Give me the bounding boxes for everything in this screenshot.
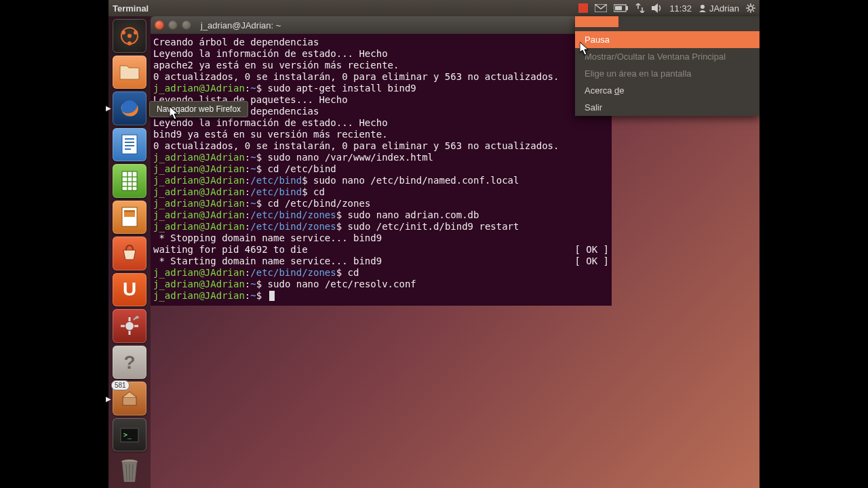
- terminal-line: j_adrian@JAdrian:~$ sudo nano /var/www/i…: [153, 152, 609, 163]
- terminal-line: j_adrian@JAdrian:~$ cd /etc/bind/zones: [153, 198, 609, 209]
- menu-item-quit[interactable]: Salir: [575, 99, 760, 116]
- system-gear-icon[interactable]: [746, 3, 755, 13]
- terminal-line: j_adrian@JAdrian:~$ sudo apt-get install…: [153, 83, 609, 94]
- libreoffice-writer-icon[interactable]: [113, 128, 146, 162]
- terminal-line: j_adrian@JAdrian:/etc/bind$ cd: [153, 186, 609, 198]
- active-app-title: Terminal: [113, 3, 149, 14]
- ubuntu-one-icon[interactable]: U: [113, 273, 146, 307]
- terminal-line: j_adrian@JAdrian:~$ cd /etc/bind: [153, 163, 609, 175]
- svg-rect-33: [124, 210, 135, 212]
- window-title: j_adrian@JAdrian: ~: [201, 20, 281, 30]
- window-close-button[interactable]: [155, 20, 164, 30]
- system-settings-icon[interactable]: [113, 309, 146, 343]
- svg-rect-2: [626, 6, 628, 10]
- window-maximize-button[interactable]: [182, 20, 191, 30]
- svg-point-4: [701, 5, 705, 9]
- svg-point-18: [127, 41, 132, 45]
- top-panel: Terminal 11:32 JAdrian: [108, 0, 760, 16]
- svg-rect-25: [122, 171, 137, 190]
- launcher-tooltip: Navegador web Firefox: [149, 101, 248, 117]
- libreoffice-impress-icon[interactable]: [113, 201, 146, 235]
- running-indicator-icon: ▶: [106, 395, 111, 403]
- terminal-line: j_adrian@JAdrian:/etc/bind/zones$ cd: [153, 267, 609, 279]
- software-center-icon[interactable]: [113, 237, 146, 270]
- svg-point-16: [134, 30, 138, 35]
- unity-launcher: ▶ Navegador web Firefox U ? ▶ 581 >_: [108, 16, 151, 488]
- terminal-line: j_adrian@JAdrian:/etc/bind/zones$ sudo n…: [153, 209, 609, 221]
- battery-icon[interactable]: [614, 4, 629, 12]
- terminal-line: Leyendo la información de estado... Hech…: [153, 117, 609, 129]
- window-minimize-button[interactable]: [168, 20, 178, 30]
- cursor-icon: [580, 42, 589, 56]
- terminal-line: bind9 ya está en su versión más reciente…: [153, 129, 609, 140]
- menu-item-pausa[interactable]: Pausa: [575, 31, 760, 48]
- svg-point-5: [749, 6, 753, 10]
- terminal-line: j_adrian@JAdrian:/etc/bind$ sudo nano /e…: [153, 175, 609, 186]
- svg-line-13: [747, 10, 749, 12]
- nautilus-icon[interactable]: [113, 56, 146, 89]
- terminal-line: waiting for pid 4692 to die[ OK ]: [153, 244, 609, 256]
- menu-item-select-area[interactable]: Elige un área en la pantalla: [575, 65, 760, 82]
- svg-rect-3: [615, 6, 622, 10]
- network-icon[interactable]: [635, 3, 645, 13]
- firefox-icon[interactable]: ▶ Navegador web Firefox: [113, 92, 146, 125]
- svg-rect-39: [123, 397, 136, 405]
- svg-point-34: [125, 322, 134, 330]
- terminal-line: Creando árbol de dependencias: [153, 37, 609, 48]
- menu-item-about[interactable]: Acerca de: [575, 82, 760, 99]
- terminal-line: * Stopping domain name service... bind9: [153, 232, 609, 244]
- terminal-line: Leyendo la información de estado... Hech…: [153, 48, 609, 60]
- svg-point-15: [127, 34, 132, 38]
- trash-icon[interactable]: [113, 454, 146, 488]
- menu-header: [575, 16, 760, 31]
- svg-line-10: [747, 5, 749, 6]
- window-titlebar[interactable]: j_adrian@JAdrian: ~: [151, 16, 612, 34]
- user-menu[interactable]: JAdrian: [698, 3, 739, 14]
- menu-item-toggle-window[interactable]: Mostrar/Ocultar la Ventana Principal: [575, 48, 760, 65]
- svg-text:>_: >_: [123, 431, 132, 439]
- svg-rect-20: [122, 135, 137, 154]
- volume-icon[interactable]: [652, 3, 663, 13]
- cursor-icon: [170, 106, 179, 120]
- terminal-content[interactable]: Creando árbol de dependencias Leyendo la…: [151, 34, 612, 306]
- indicator-menu: Pausa Mostrar/Ocultar la Ventana Princip…: [575, 16, 760, 116]
- libreoffice-calc-icon[interactable]: [113, 164, 146, 198]
- software-updater-icon[interactable]: ▶ 581: [113, 382, 146, 415]
- dash-home-icon[interactable]: [113, 19, 146, 53]
- terminal-launcher-icon[interactable]: >_: [113, 418, 146, 452]
- update-count-badge: 581: [111, 380, 130, 390]
- terminal-line: apache2 ya está en su versión más recien…: [153, 60, 609, 71]
- help-icon[interactable]: ?: [113, 346, 146, 380]
- terminal-line: j_adrian@JAdrian:~$: [153, 290, 609, 302]
- terminal-line: 0 actualizados, 0 se instalarán, 0 para …: [153, 140, 609, 152]
- svg-point-17: [121, 30, 125, 35]
- terminal-line: 0 actualizados, 0 se instalarán, 0 para …: [153, 71, 609, 83]
- terminal-cursor: [269, 291, 275, 301]
- terminal-window: j_adrian@JAdrian: ~ Creando árbol de dep…: [151, 16, 612, 306]
- terminal-line: j_adrian@JAdrian:~$ sudo nano /etc/resol…: [153, 279, 609, 290]
- svg-line-12: [753, 5, 754, 6]
- terminal-line: * Starting domain name service... bind9[…: [153, 256, 609, 267]
- running-indicator-icon: ▶: [106, 104, 111, 112]
- terminal-line: j_adrian@JAdrian:/etc/bind/zones$ sudo /…: [153, 221, 609, 232]
- mail-icon[interactable]: [595, 4, 607, 12]
- clock[interactable]: 11:32: [669, 3, 692, 14]
- record-indicator[interactable]: [578, 3, 588, 13]
- svg-line-11: [753, 10, 754, 12]
